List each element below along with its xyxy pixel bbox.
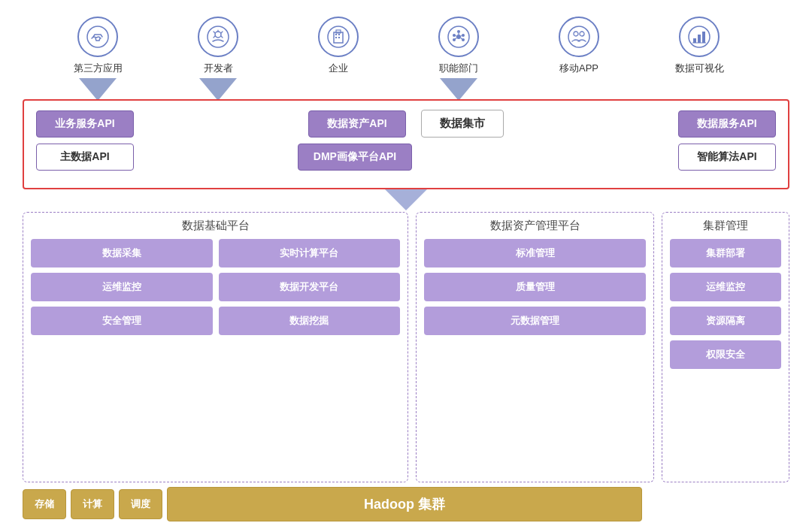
api-row-2: 主数据API DMP画像平台API 智能算法API (36, 144, 776, 171)
svg-rect-9 (336, 30, 341, 33)
svg-point-13 (462, 34, 465, 37)
svg-rect-7 (335, 37, 337, 38)
svg-point-24 (580, 32, 584, 36)
svg-rect-27 (698, 35, 701, 43)
icon-developer: 开发者 (158, 17, 278, 75)
developer-icon (198, 17, 238, 57)
api-box-master: 主数据API (36, 144, 134, 171)
api-layer: 业务服务API 数据资产API 数据集市 数据服务API 主数据API DMP画… (23, 99, 789, 189)
enterprise-icon (318, 17, 359, 57)
df-col-2: 实时计算平台 数据开发平台 数据挖掘 (219, 239, 401, 476)
svg-rect-8 (338, 37, 340, 38)
svg-point-22 (568, 26, 589, 47)
svg-rect-5 (335, 34, 337, 35)
icon-enterprise: 企业 (278, 17, 398, 75)
mobile-icon (559, 17, 599, 57)
enterprise-label: 企业 (329, 62, 348, 75)
data-asset-platform: 数据资产管理平台 标准管理 质量管理 元数据管理 (416, 212, 654, 482)
btn-metadata-mgmt: 元数据管理 (424, 307, 646, 335)
visualization-label: 数据可视化 (675, 62, 724, 75)
department-icon (438, 17, 479, 57)
btn-quality-mgmt: 质量管理 (424, 273, 646, 301)
api-box-business: 业务服务API (36, 110, 134, 138)
arrow-1 (38, 78, 158, 101)
api-box-algorithm: 智能算法API (678, 144, 776, 171)
api-row-1: 业务服务API 数据资产API 数据集市 数据服务API (36, 110, 776, 138)
svg-line-21 (456, 38, 457, 40)
mobile-label: 移动APP (559, 62, 598, 75)
cluster-management: 集群管理 集群部署 运维监控 资源隔离 权限安全 (662, 212, 789, 482)
api-box-dmp: DMP画像平台API (298, 144, 412, 171)
data-asset-title: 数据资产管理平台 (424, 219, 646, 233)
third-party-label: 第三方应用 (74, 62, 123, 75)
svg-point-23 (574, 32, 578, 36)
api-box-service: 数据服务API (678, 110, 776, 138)
svg-point-15 (453, 34, 456, 37)
cluster-title: 集群管理 (670, 219, 781, 233)
top-arrows (15, 75, 797, 101)
arrow-4 (398, 78, 519, 101)
cluster-col: 集群部署 运维监控 资源隔离 权限安全 (670, 239, 781, 476)
btn-data-dev-platform: 数据开发平台 (219, 273, 401, 301)
icon-mobile: 移动APP (519, 17, 639, 75)
svg-point-11 (456, 35, 461, 39)
svg-point-2 (215, 32, 221, 38)
btn-resource-isolation: 资源隔离 (670, 307, 781, 335)
btn-ops-monitor-2: 运维监控 (670, 273, 781, 301)
svg-line-19 (461, 38, 462, 40)
svg-line-20 (456, 36, 457, 37)
svg-point-1 (208, 26, 229, 47)
data-foundation-title: 数据基础平台 (31, 219, 400, 233)
visualization-icon (679, 17, 720, 57)
svg-line-18 (461, 36, 462, 37)
center-arrow (15, 189, 797, 212)
btn-data-mining: 数据挖掘 (219, 307, 401, 335)
svg-rect-26 (693, 38, 696, 43)
developer-label: 开发者 (204, 62, 233, 75)
api-box-market: 数据集市 (421, 110, 504, 138)
df-col-1: 数据采集 运维监控 安全管理 (31, 239, 213, 476)
svg-rect-6 (338, 34, 340, 35)
btn-compute: 计算 (71, 489, 114, 519)
third-party-icon (77, 17, 118, 57)
svg-rect-28 (702, 32, 705, 43)
btn-permission-security: 权限安全 (670, 340, 781, 369)
btn-cluster-deploy: 集群部署 (670, 239, 781, 268)
btn-security-mgmt: 安全管理 (31, 307, 213, 335)
svg-point-12 (457, 30, 460, 33)
icon-third-party: 第三方应用 (38, 17, 158, 75)
asset-col: 标准管理 质量管理 元数据管理 (424, 239, 646, 476)
top-icons-section: 第三方应用 开发者 (15, 8, 797, 75)
department-label: 职能部门 (439, 62, 478, 75)
btn-ops-monitor-1: 运维监控 (31, 273, 213, 301)
btn-storage: 存储 (23, 489, 66, 519)
icon-visualization: 数据可视化 (639, 17, 759, 75)
btn-data-collection: 数据采集 (31, 239, 213, 268)
hadoop-row: 存储 计算 调度 Hadoop 集群 (23, 487, 789, 521)
btn-standard-mgmt: 标准管理 (424, 239, 646, 268)
api-box-asset: 数据资产API (308, 110, 406, 138)
btn-hadoop-cluster: Hadoop 集群 (167, 487, 642, 521)
data-foundation-platform: 数据基础平台 数据采集 运维监控 安全管理 实时计算平台 数据开发平台 数据挖掘 (23, 212, 408, 482)
icon-department: 职能部门 (398, 17, 519, 75)
arrow-2 (158, 78, 278, 101)
btn-realtime-compute: 实时计算平台 (219, 239, 401, 268)
btn-schedule: 调度 (119, 489, 162, 519)
